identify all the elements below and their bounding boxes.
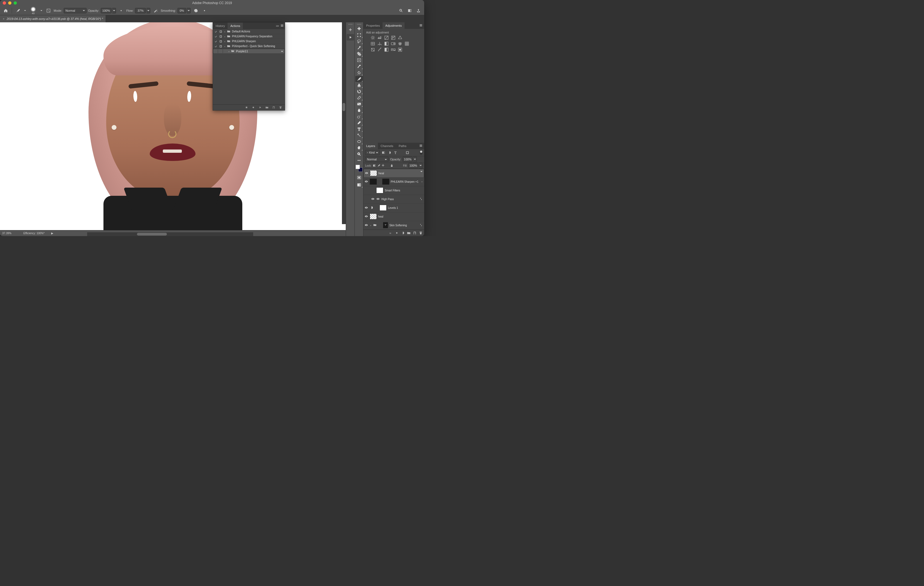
brush-tool[interactable] xyxy=(355,76,363,82)
eraser-tool[interactable] xyxy=(355,95,363,101)
smoothing-input[interactable]: 0% xyxy=(178,8,191,13)
filter-type-icon[interactable] xyxy=(393,150,398,155)
tab-history[interactable]: History xyxy=(213,23,228,29)
tab-adjustments[interactable]: Adjustments xyxy=(383,22,404,29)
airbrush-toggle[interactable] xyxy=(152,7,159,14)
document-tab[interactable]: × 2019-04-13-ashley-with-sony-a7r-iii313… xyxy=(0,15,106,22)
tool-preset-dropdown[interactable] xyxy=(23,7,27,14)
eyedropper-tool[interactable] xyxy=(355,63,363,69)
tab-properties[interactable]: Properties xyxy=(363,22,383,29)
pressure-size-toggle[interactable] xyxy=(201,7,208,14)
smoothing-options[interactable] xyxy=(192,7,199,14)
filter-adjust-icon[interactable] xyxy=(387,150,392,155)
tab-channels[interactable]: Channels xyxy=(378,143,396,149)
invert-icon[interactable] xyxy=(371,47,375,52)
delete-action-icon[interactable] xyxy=(279,106,282,109)
record-icon[interactable] xyxy=(252,106,255,109)
brush-settings-toggle[interactable] xyxy=(45,7,52,14)
efficiency-label[interactable]: Efficiency: 100%* xyxy=(23,232,45,235)
brush-picker-dropdown[interactable] xyxy=(40,7,43,14)
layer-row[interactable]: ƳSkin Softening xyxy=(363,221,424,230)
search-button[interactable] xyxy=(398,7,404,14)
healing-brush-tool[interactable] xyxy=(355,70,363,76)
close-tab-icon[interactable]: × xyxy=(3,17,4,20)
levels-icon[interactable] xyxy=(377,35,382,40)
edit-toolbar[interactable] xyxy=(355,157,363,163)
hue-icon[interactable] xyxy=(371,41,375,46)
new-layer-icon[interactable] xyxy=(413,231,417,235)
type-tool[interactable] xyxy=(355,126,363,132)
maximize-window[interactable] xyxy=(13,2,17,5)
status-disclosure[interactable]: ▶ xyxy=(51,232,53,235)
path-selection-tool[interactable] xyxy=(355,132,363,138)
action-row[interactable]: Default Actions xyxy=(213,29,285,34)
zoom-tool[interactable] xyxy=(355,151,363,157)
layer-blend-mode[interactable]: Normal xyxy=(365,157,388,162)
collapse-panel-icon[interactable]: >> xyxy=(276,24,279,28)
add-mask-icon[interactable] xyxy=(395,231,399,235)
visibility-toggle[interactable] xyxy=(365,180,368,183)
layer-fill-input[interactable]: 100% xyxy=(408,163,422,168)
dodge-tool[interactable] xyxy=(355,114,363,120)
action-row[interactable]: Purple11 xyxy=(213,49,285,54)
layer-opacity-input[interactable]: 100% xyxy=(403,157,417,162)
channel-mixer-icon[interactable] xyxy=(398,41,403,46)
visibility-toggle[interactable] xyxy=(365,206,368,210)
layer-filter-toggle[interactable] xyxy=(420,150,422,155)
visibility-toggle[interactable] xyxy=(365,171,369,175)
close-window[interactable] xyxy=(3,2,6,5)
layer-row[interactable]: High Pass xyxy=(363,195,424,204)
color-swatches[interactable] xyxy=(356,165,363,172)
share-button[interactable] xyxy=(415,7,422,14)
new-group-icon[interactable] xyxy=(407,231,411,235)
move-tool[interactable] xyxy=(355,26,363,32)
minimize-window[interactable] xyxy=(8,2,12,5)
lock-position-icon[interactable] xyxy=(381,164,385,167)
threshold-icon[interactable] xyxy=(384,47,389,52)
gradient-map-icon[interactable] xyxy=(391,47,396,52)
play-icon[interactable] xyxy=(259,106,262,109)
visibility-toggle[interactable] xyxy=(365,215,368,218)
lock-all-icon[interactable] xyxy=(390,164,393,167)
action-row[interactable]: PHLEARN Frequency Separation xyxy=(213,34,285,39)
dock-tab-icon[interactable] xyxy=(346,27,354,33)
color-balance-icon[interactable] xyxy=(377,41,382,46)
tab-actions[interactable]: Actions xyxy=(228,23,243,29)
frame-tool[interactable] xyxy=(355,57,363,63)
selective-color-icon[interactable] xyxy=(398,47,403,52)
color-lookup-icon[interactable] xyxy=(404,41,409,46)
zoom-level[interactable]: 37.39% xyxy=(2,232,17,235)
stop-icon[interactable] xyxy=(245,106,248,109)
action-row[interactable]: PiXimperfect - Quick Skin Softening xyxy=(213,44,285,49)
screen-mode-toggle[interactable] xyxy=(355,182,363,188)
layer-row[interactable]: heal xyxy=(363,169,424,178)
workspace-switcher[interactable] xyxy=(406,7,413,14)
panel-menu-icon[interactable] xyxy=(419,24,422,28)
posterize-icon[interactable] xyxy=(377,47,382,52)
layer-row[interactable]: PHLEARN Sharpen +1 xyxy=(363,178,424,186)
delete-layer-icon[interactable] xyxy=(419,231,422,235)
layer-fx-icon[interactable] xyxy=(389,231,393,235)
opacity-input[interactable]: 100% xyxy=(101,8,116,13)
vibrance-icon[interactable] xyxy=(398,35,403,40)
dock-play-icon[interactable] xyxy=(346,34,354,41)
visibility-toggle[interactable] xyxy=(365,223,368,227)
lock-transparent-icon[interactable] xyxy=(373,164,376,167)
history-brush-tool[interactable] xyxy=(355,89,363,94)
marquee-tool[interactable] xyxy=(355,32,363,38)
layer-row[interactable]: heal xyxy=(363,212,424,221)
tab-layers[interactable]: Layers xyxy=(363,143,378,149)
gradient-tool[interactable] xyxy=(355,101,363,107)
quick-selection-tool[interactable] xyxy=(355,45,363,51)
exposure-icon[interactable] xyxy=(391,35,396,40)
new-set-icon[interactable] xyxy=(266,106,269,109)
action-row[interactable]: PHLEARN Sharpen xyxy=(213,39,285,44)
clone-stamp-tool[interactable] xyxy=(355,82,363,88)
visibility-toggle[interactable] xyxy=(371,197,375,201)
blur-tool[interactable] xyxy=(355,107,363,113)
curves-icon[interactable] xyxy=(384,35,389,40)
new-adjustment-icon[interactable] xyxy=(401,231,404,235)
photo-filter-icon[interactable] xyxy=(391,41,396,46)
lock-image-icon[interactable] xyxy=(377,164,380,167)
canvas[interactable] xyxy=(0,22,346,230)
